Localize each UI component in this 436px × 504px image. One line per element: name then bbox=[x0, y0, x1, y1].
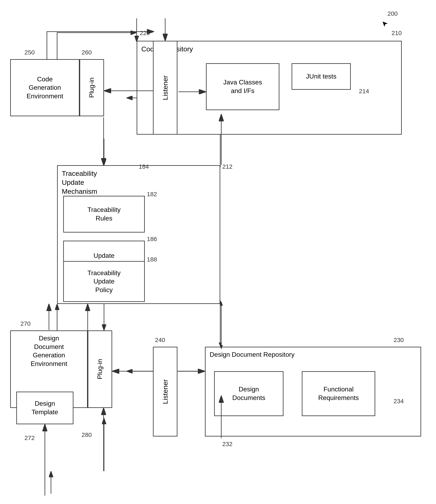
ref-272: 272 bbox=[25, 434, 35, 441]
svg-marker-9 bbox=[219, 343, 222, 346]
ref-234: 234 bbox=[394, 398, 404, 405]
code-gen-env-label: CodeGenerationEnvironment bbox=[27, 75, 63, 101]
ref-240: 240 bbox=[155, 337, 165, 343]
listener-top-label: Listener bbox=[161, 75, 170, 100]
listener-bottom-label: Listener bbox=[161, 379, 170, 404]
java-classes-label: Java Classesand I/Fs bbox=[223, 78, 262, 95]
design-template-box: DesignTemplate bbox=[16, 392, 73, 424]
ref-182: 182 bbox=[147, 191, 157, 198]
traceability-update-policy-label: TraceabilityUpdatePolicy bbox=[88, 269, 120, 294]
functional-req-box: FunctionalRequirements bbox=[302, 371, 375, 416]
diagram: 200 ➤ Code Repository Java Classesand I/… bbox=[0, 0, 436, 504]
traceability-update-policy-box: TraceabilityUpdatePolicy bbox=[63, 261, 145, 302]
ref-188: 188 bbox=[147, 256, 157, 263]
ref-250: 250 bbox=[25, 49, 35, 56]
java-classes-box: Java Classesand I/Fs bbox=[206, 63, 279, 110]
functional-req-label: FunctionalRequirements bbox=[318, 385, 359, 402]
listener-bottom-box: Listener bbox=[153, 347, 177, 437]
plugin-top-box: Plug-in bbox=[80, 59, 104, 116]
plugin-bottom-box: Plug-in bbox=[88, 330, 112, 408]
ref-232: 232 bbox=[222, 440, 233, 448]
design-doc-repo-label: Design Document Repository bbox=[210, 350, 294, 359]
ref-220: 220 bbox=[140, 30, 150, 37]
ref-186: 186 bbox=[147, 236, 157, 243]
plugin-bottom-label: Plug-in bbox=[96, 359, 104, 379]
junit-tests-box: JUnit tests bbox=[292, 63, 351, 90]
junit-tests-label: JUnit tests bbox=[306, 72, 336, 81]
ref-214: 214 bbox=[359, 88, 369, 95]
traceability-rules-box: TraceabilityRules bbox=[63, 196, 145, 232]
design-doc-gen-label: DesignDocumentGenerationEnvironment bbox=[31, 334, 67, 368]
design-documents-label: DesignDocuments bbox=[232, 385, 265, 402]
ref-200: 200 bbox=[388, 10, 398, 17]
ref-200-arrow: ➤ bbox=[379, 18, 390, 29]
traceability-update-mechanism-label: TraceabilityUpdateMechanism bbox=[61, 169, 97, 196]
listener-top-box: Listener bbox=[153, 41, 177, 135]
code-gen-env-box: CodeGenerationEnvironment bbox=[10, 59, 80, 116]
ref-184: 184 bbox=[139, 163, 149, 170]
ref-210: 210 bbox=[391, 30, 402, 37]
svg-marker-27 bbox=[220, 302, 223, 306]
plugin-top-label: Plug-in bbox=[88, 77, 96, 98]
ref-212: 212 bbox=[222, 163, 233, 170]
design-template-label: DesignTemplate bbox=[32, 399, 58, 416]
traceability-rules-label: TraceabilityRules bbox=[88, 206, 120, 222]
ref-280: 280 bbox=[82, 431, 92, 438]
design-documents-box: DesignDocuments bbox=[214, 371, 283, 416]
ref-270: 270 bbox=[20, 320, 31, 327]
ref-230: 230 bbox=[394, 337, 404, 343]
ref-260: 260 bbox=[82, 49, 92, 56]
